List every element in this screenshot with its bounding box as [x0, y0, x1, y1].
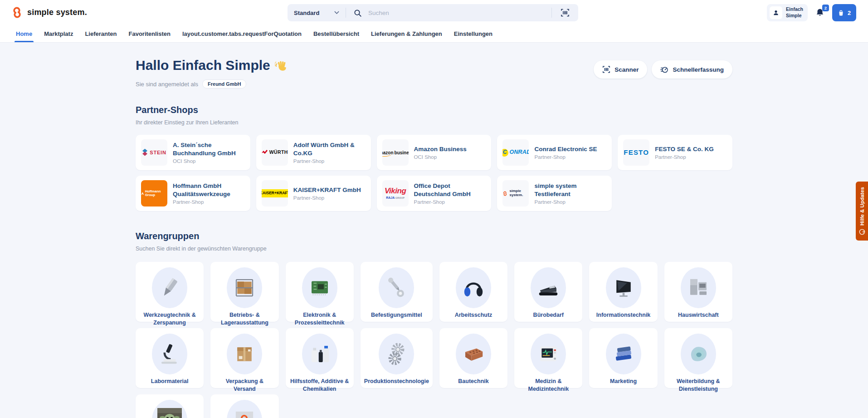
category-card-befestigungsmittel[interactable]: Befestigungsmittel: [361, 262, 433, 322]
partner-shop-type: OCI Shop: [414, 154, 467, 160]
category-card-bautechnik[interactable]: Bautechnik: [439, 328, 507, 388]
category-card-hilfsstoffe-additive-chemikalien[interactable]: Hilfsstoffe, Additive & Chemikalien: [286, 328, 354, 388]
partner-name: Hoffmann GmbH Qualitätswerkzeuge: [173, 182, 245, 198]
partner-shop-type: Partner-Shop: [173, 199, 245, 205]
cart-icon: [838, 10, 844, 16]
partner-name: A. Stein´sche Buchhandlung GmbH: [173, 141, 245, 157]
user-menu[interactable]: Einfach Simple: [767, 4, 808, 21]
wave-emoji: [275, 59, 288, 72]
help-updates-tab[interactable]: ? Hilfe & Updates: [856, 182, 868, 241]
app-logo[interactable]: simple system.: [11, 6, 87, 19]
conrad-logo: CONRAD: [502, 139, 529, 166]
tab-marktplatz[interactable]: Marktplatz: [38, 25, 79, 42]
category-label: Produktionstechnologie: [361, 378, 433, 385]
signed-in-text: Sie sind angemeldet als: [136, 81, 198, 88]
tab-layout-customer-tabs-requestforquotation[interactable]: layout.customer.tabs.requestForQuotation: [176, 25, 307, 42]
category-card-simple-system-logo[interactable]: [210, 394, 278, 418]
circuit-board-image: [302, 267, 337, 308]
partner-card-text: KAISER+KRAFT GmbHPartner-Shop: [293, 186, 361, 201]
user-avatar-icon: [770, 6, 782, 19]
partner-grid: STEINA. Stein´sche Buchhandlung GmbHOCI …: [136, 135, 732, 211]
category-card-werkzeugtechnik-zerspanung[interactable]: Werkzeugtechnik & Zerspanung: [136, 262, 204, 322]
cart-button[interactable]: 2: [832, 4, 856, 21]
category-card-informationstechnik[interactable]: Informationstechnik: [589, 262, 657, 322]
category-card-grogu-photo[interactable]: [136, 394, 204, 418]
category-card-verpackung-versand[interactable]: Verpackung & Versand: [210, 328, 278, 388]
partner-shop-type: Partner-Shop: [414, 199, 486, 205]
category-card-betriebs-lagerausstattung[interactable]: Betriebs- & Lagerausstattung: [210, 262, 278, 322]
page-title: Hallo Einfach Simple: [136, 58, 288, 73]
barcode-scan-icon: [602, 65, 610, 74]
partner-card-kaiser-kraft-gmbh[interactable]: KAISER+KRAFTKAISER+KRAFT GmbHPartner-Sho…: [256, 176, 371, 211]
scanner-button[interactable]: Scanner: [594, 60, 647, 79]
category-label: Verpackung & Versand: [210, 378, 278, 393]
screws-image: [379, 267, 414, 308]
category-card-produktionstechnologie[interactable]: Produktionstechnologie: [361, 328, 433, 388]
search-scope-dropdown[interactable]: Standard: [288, 10, 346, 16]
stapler-image: [531, 267, 566, 308]
partner-card-adolf-würth-gmbh-co-kg[interactable]: WÜRTHAdolf Würth GmbH & Co.KGPartner-Sho…: [256, 135, 371, 170]
search-icon: [353, 9, 362, 17]
category-grid: Werkzeugtechnik & ZerspanungBetriebs- & …: [136, 262, 732, 418]
header-right-group: Einfach Simple 2 2: [767, 4, 856, 22]
category-label: Hauswirtschaft: [674, 311, 722, 319]
partner-shop-type: Partner-Shop: [655, 154, 714, 160]
category-card-labormaterial[interactable]: Labormaterial: [136, 328, 204, 388]
partner-card-text: Adolf Würth GmbH & Co.KGPartner-Shop: [293, 141, 366, 164]
schnellerfassung-button[interactable]: Schnellerfassung: [652, 60, 732, 79]
category-card-arbeitsschutz[interactable]: Arbeitsschutz: [439, 262, 507, 322]
monitor-image: [606, 267, 641, 308]
logo-text: simple system.: [27, 8, 87, 17]
partner-card-amazon-business[interactable]: amazonbusinessAmazon BusinessOCI Shop: [377, 135, 492, 170]
category-label: Elektronik & Prozessleittechnik: [286, 311, 354, 327]
gears-image: [379, 334, 414, 374]
company-badge: Freund GmbH: [202, 79, 246, 89]
partner-shops-section: Partner-Shops Ihr direkter Einstieg zur …: [136, 105, 732, 211]
search-scope-value: Standard: [294, 10, 319, 16]
partner-card-simple-system-testlieferant[interactable]: simple system.simple system Testlieferan…: [497, 176, 612, 211]
category-card-weiterbildung-dienstleistung[interactable]: Weiterbildung & Dienstleistung: [664, 328, 732, 388]
question-circle-icon: ?: [859, 229, 865, 235]
svg-text:?: ?: [862, 230, 864, 234]
partner-card-office-depot-deutschland-gmbh[interactable]: VikingRAJA GROUPOffice Depot Deutschland…: [377, 176, 492, 211]
tab-bestellübersicht[interactable]: Bestellübersicht: [307, 25, 365, 42]
partner-card-a-stein-sche-buchhandlung-gmbh[interactable]: STEINA. Stein´sche Buchhandlung GmbHOCI …: [136, 135, 250, 170]
partner-name: Conrad Electronic SE: [534, 145, 597, 153]
partner-name: FESTO SE & Co. KG: [655, 145, 714, 153]
category-card-elektronik-prozessleittechnik[interactable]: Elektronik & Prozessleittechnik: [286, 262, 354, 322]
partner-card-text: simple system TestlieferantPartner-Shop: [534, 182, 606, 205]
partner-card-text: A. Stein´sche Buchhandlung GmbHOCI Shop: [173, 141, 245, 164]
notifications-button[interactable]: 2: [814, 6, 826, 20]
barcode-scan-button[interactable]: [552, 4, 578, 21]
user-name: Einfach Simple: [786, 6, 803, 19]
partner-card-conrad-electronic-se[interactable]: CONRADConrad Electronic SEPartner-Shop: [497, 135, 612, 170]
search-input[interactable]: [364, 10, 551, 16]
cart-count: 2: [848, 10, 851, 16]
partner-name: KAISER+KRAFT GmbH: [293, 186, 361, 194]
partner-shop-type: Partner-Shop: [293, 158, 366, 164]
category-card-medizin-medizintechnik[interactable]: Medizin & Medizintechnik: [514, 328, 582, 388]
partner-card-hoffmann-gmbh-qualitätswerkzeuge[interactable]: Hoffmann GroupHoffmann GmbH Qualitätswer…: [136, 176, 250, 211]
tab-favoritenlisten[interactable]: Favoritenlisten: [123, 25, 176, 42]
tab-lieferanten[interactable]: Lieferanten: [79, 25, 122, 42]
category-label: Hilfsstoffe, Additive & Chemikalien: [286, 378, 354, 393]
partner-shops-subtitle: Ihr direkter Einstieg zur Ihren Lieferan…: [136, 119, 732, 126]
category-card-hauswirtschaft[interactable]: Hauswirtschaft: [664, 262, 732, 322]
main-content: Hallo Einfach Simple Sie sind angemeldet…: [0, 43, 868, 418]
category-card-bürobedarf[interactable]: Bürobedarf: [514, 262, 582, 322]
notifications-badge: 2: [822, 5, 829, 11]
stein-logo: STEIN: [141, 139, 167, 166]
partner-card-text: Office Depot Deutschland GmbHPartner-Sho…: [414, 182, 486, 205]
tab-einstellungen[interactable]: Einstellungen: [448, 25, 498, 42]
partner-name: simple system Testlieferant: [534, 182, 606, 198]
product-groups-subtitle: Suchen Sie direkt in der gewünschten War…: [136, 246, 732, 252]
tab-lieferungen-zahlungen[interactable]: Lieferungen & Zahlungen: [365, 25, 448, 42]
product-groups-title: Warengruppen: [136, 231, 732, 241]
category-label: Weiterbildung & Dienstleistung: [664, 378, 732, 393]
tab-home[interactable]: Home: [10, 25, 38, 42]
brain-image: [681, 334, 716, 374]
brochures-image: [606, 334, 641, 374]
category-card-marketing[interactable]: Marketing: [589, 328, 657, 388]
partner-card-festo-se-co-kg[interactable]: FESTOFESTO SE & Co. KGPartner-Shop: [618, 135, 732, 170]
hoffmann-group-logo: Hoffmann Group: [141, 180, 167, 207]
